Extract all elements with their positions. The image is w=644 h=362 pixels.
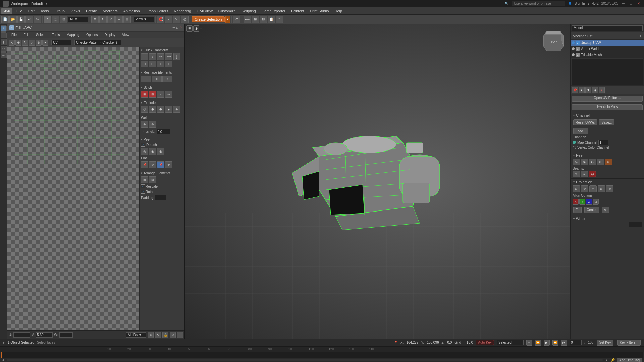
uv-menu-mapping[interactable]: Mapping <box>64 32 82 37</box>
quick-align-btn[interactable]: ⊟ <box>260 16 267 23</box>
select-object-btn[interactable]: ↖ <box>44 16 51 23</box>
scale-btn[interactable]: ⤢ <box>107 16 115 23</box>
pin-2[interactable]: ⊝ <box>149 161 156 168</box>
qt-mirror-v[interactable]: ⟺ <box>173 53 180 60</box>
timeline-track-row[interactable] <box>1 352 643 358</box>
pin-4[interactable]: ⊕ <box>165 161 172 168</box>
uv-tool-weld[interactable]: ⊛ <box>36 40 42 46</box>
select-tool[interactable]: ↖ <box>1 25 7 32</box>
uv-tool-rotate[interactable]: ↻ <box>22 40 28 46</box>
padding-input[interactable] <box>155 195 166 200</box>
menu-group[interactable]: Group <box>52 8 67 14</box>
reset-uvws-btn[interactable]: Reset UVWs <box>573 119 597 125</box>
open-btn[interactable]: 📂 <box>9 16 17 23</box>
reference-dropdown[interactable]: View ▼ <box>134 17 154 22</box>
qt-mirror-h[interactable]: ⟺ <box>165 53 172 60</box>
qt-align-left[interactable]: ⊣ <box>141 61 148 67</box>
modifier-list-arrow[interactable]: ▼ <box>639 34 642 38</box>
paint-select[interactable]: ✏ <box>1 52 7 58</box>
menu-create[interactable]: Create <box>83 8 100 14</box>
menu-file[interactable]: File <box>14 8 25 14</box>
circle-select[interactable]: ○ <box>1 32 7 38</box>
align-btn[interactable]: ⊟ <box>123 16 131 23</box>
wrap-value[interactable] <box>629 222 642 227</box>
angle-snap-btn[interactable]: ∠ <box>165 16 172 23</box>
menu-views[interactable]: Views <box>68 8 83 14</box>
help-icon[interactable]: ? <box>588 2 590 5</box>
seam-3[interactable]: ⊗ <box>589 171 596 177</box>
weld-target-btn[interactable]: ⊙ <box>149 121 156 128</box>
qt-move-v[interactable]: ↕ <box>149 53 156 60</box>
mod-down-btn[interactable]: ▼ <box>585 87 591 93</box>
stitch-3[interactable]: ≈ <box>157 91 164 98</box>
uv-menu-select[interactable]: Select <box>33 32 48 37</box>
explode-4[interactable]: ◈ <box>165 106 172 113</box>
fit-btn[interactable]: Fit <box>573 207 582 213</box>
proj-arrow[interactable]: ▼ <box>573 181 575 184</box>
play-start-btn[interactable]: ⏮ <box>526 340 532 346</box>
pin-selected[interactable]: 📌 <box>157 161 164 168</box>
qt-align-btm[interactable]: ⊥ <box>165 61 172 67</box>
rpeel-5[interactable]: ⊗ <box>605 159 612 165</box>
peel-arrow[interactable]: ▼ <box>140 138 143 141</box>
array-btn[interactable]: ⊞ <box>252 16 259 23</box>
menu-customize[interactable]: Customize <box>216 8 238 14</box>
save-btn[interactable]: 💾 <box>17 16 25 23</box>
peel-1[interactable]: ◎ <box>141 148 148 155</box>
menu-civil-view[interactable]: Civil View <box>194 8 215 14</box>
vp-maximize[interactable]: ⊞ <box>186 25 193 32</box>
auto-key-btn[interactable]: Auto Key <box>476 340 494 345</box>
snap-toggle[interactable]: 🧲 <box>157 16 164 23</box>
seam-1[interactable]: ↖ <box>573 171 580 177</box>
modifier-vertex-weld[interactable]: V Vertex Weld <box>571 46 644 52</box>
window-crossing-btn[interactable]: ⊡ <box>60 16 67 23</box>
uv-pattern-dropdown[interactable]: CheckerPattern ( Checker ) <box>74 40 121 45</box>
key-filters-btn[interactable]: Key Filters... <box>617 340 641 346</box>
proj-box[interactable]: ⊞ <box>598 185 605 192</box>
align-y-btn[interactable]: Y <box>579 199 585 205</box>
reshape-straighten[interactable]: ≡ <box>152 76 162 82</box>
seam-2[interactable]: ≈ <box>581 171 588 177</box>
nav-cube[interactable]: TOP <box>540 27 567 54</box>
model-dropdown[interactable]: Model <box>572 25 643 31</box>
timeline-scroll-right[interactable]: ► <box>605 358 608 362</box>
reset-btn[interactable]: ↺ <box>602 207 609 213</box>
workspace-dropdown-arrow[interactable]: ▼ <box>45 2 48 5</box>
peel-2[interactable]: ◉ <box>149 148 156 155</box>
play-end-btn[interactable]: ⏭ <box>561 340 567 346</box>
timeline-playhead[interactable] <box>1 352 2 358</box>
uv-u-input[interactable] <box>13 332 30 338</box>
center-btn[interactable]: Center <box>584 207 599 213</box>
stitch-1[interactable]: ⊞ <box>141 91 148 98</box>
stitch-4[interactable]: ∾ <box>165 91 172 98</box>
uv-menu-options[interactable]: Options <box>84 32 100 37</box>
load-btn[interactable]: Load... <box>573 128 588 134</box>
menu-animation[interactable]: Animation <box>121 8 143 14</box>
spinner-snap-btn[interactable]: ◎ <box>181 16 189 23</box>
uv-w-input[interactable] <box>59 332 73 338</box>
align-x-btn[interactable]: X <box>573 199 579 205</box>
menu-help[interactable]: Help <box>332 8 345 14</box>
uv-more-btn[interactable]: ⋮ <box>177 332 183 338</box>
menu-game-exporter[interactable]: GameExporter <box>259 8 288 14</box>
menu-edit[interactable]: Edit <box>25 8 37 14</box>
fence-select[interactable]: ⬚ <box>1 46 7 52</box>
uv-ids-dropdown[interactable]: All IDs ▼ <box>126 332 146 338</box>
uv-menu-display[interactable]: Display <box>102 32 118 37</box>
uv-tool-select[interactable]: ↖ <box>9 40 15 46</box>
qt-arrow[interactable]: ▼ <box>140 49 143 52</box>
align-grid-btn[interactable]: ⊞ <box>593 199 599 205</box>
re-arrow[interactable]: ▼ <box>140 71 143 74</box>
uv-maximize-btn[interactable]: □ <box>176 26 178 29</box>
set-key-btn[interactable]: Set Key <box>597 340 613 346</box>
uv-tool-break[interactable]: ✂ <box>42 40 48 46</box>
rpeel-1[interactable]: ◎ <box>573 159 580 165</box>
qt-move-u[interactable]: ↔ <box>141 53 148 60</box>
uv-v-input[interactable] <box>36 332 53 338</box>
mod-up-btn[interactable]: ▲ <box>579 87 585 93</box>
rotate-btn[interactable]: ↻ <box>99 16 107 23</box>
move-btn[interactable]: ⊕ <box>91 16 99 23</box>
wrap-arrow[interactable]: ▼ <box>573 217 575 220</box>
open-uv-editor-btn[interactable]: Open UV Editor ... <box>572 96 643 102</box>
save-btn[interactable]: Save... <box>599 119 614 125</box>
